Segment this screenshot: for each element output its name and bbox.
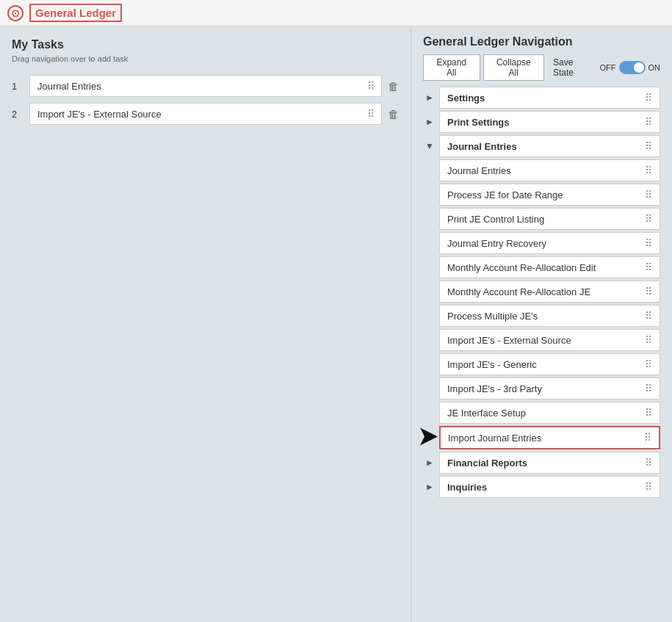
subitem-import-generic: Import JE's - Generic ⠿ — [439, 353, 660, 375]
subitem-interface-setup: JE Interface Setup ⠿ — [439, 402, 660, 424]
inquiries-drag: ⠿ — [645, 481, 652, 493]
subitem-drag-pm: ⠿ — [645, 310, 652, 322]
financial-reports-section-box[interactable]: Financial Reports ⠿ — [439, 452, 660, 474]
subitem-box-import-external[interactable]: Import JE's - External Source ⠿ — [439, 329, 660, 351]
journal-entries-section-box[interactable]: Journal Entries ⠿ — [439, 135, 660, 157]
save-state-toggle[interactable]: OFF ON — [600, 61, 661, 74]
subitem-box-print-control[interactable]: Print JE Control Listing ⠿ — [439, 208, 660, 230]
print-settings-section-box[interactable]: Print Settings ⠿ — [439, 111, 660, 133]
subitem-drag-mrj: ⠿ — [645, 286, 652, 297]
subitem-drag-is: ⠿ — [645, 407, 652, 419]
chevron-settings[interactable]: ► — [423, 91, 436, 104]
settings-section-box[interactable]: Settings ⠿ — [439, 87, 660, 109]
subitem-label-process-date-range: Process JE for Date Range — [447, 189, 563, 200]
nav-list: ► Settings ⠿ ► Print Settings ⠿ ▼ Journa… — [411, 87, 672, 622]
subitem-box-recovery[interactable]: Journal Entry Recovery ⠿ — [439, 232, 660, 254]
subitem-box-import-generic[interactable]: Import JE's - Generic ⠿ — [439, 353, 660, 375]
chevron-print-settings[interactable]: ► — [423, 115, 436, 129]
subitem-process-date-range: Process JE for Date Range ⠿ — [439, 184, 660, 206]
subitem-label-import-3rdparty: Import JE's - 3rd Party — [447, 383, 542, 394]
inquiries-section-box[interactable]: Inquiries ⠿ — [439, 476, 660, 498]
subitem-label-import-journal: Import Journal Entries — [448, 433, 541, 444]
subitem-drag-mre: ⠿ — [645, 261, 652, 273]
subitem-box-import-journal[interactable]: Import Journal Entries ⠿ — [439, 426, 660, 449]
toggle-thumb — [634, 62, 644, 73]
drag-handle-1[interactable]: ⠿ — [367, 80, 374, 92]
save-state-label: Save State — [553, 57, 596, 78]
subitem-drag-je: ⠿ — [645, 164, 652, 176]
subitem-label-process-multiple: Process Multiple JE's — [447, 311, 538, 322]
chevron-financial-reports[interactable]: ► — [423, 456, 436, 469]
subitem-journal-entries: Journal Entries ⠿ — [439, 159, 660, 181]
toggle-on-label: ON — [648, 63, 661, 72]
my-tasks-title: My Tasks — [12, 38, 399, 51]
task-label-2: Import JE's - External Source — [37, 109, 162, 120]
subitem-drag-rec: ⠿ — [645, 237, 652, 249]
print-settings-drag: ⠿ — [645, 116, 652, 128]
subitem-import-external: Import JE's - External Source ⠿ — [439, 329, 660, 351]
nav-section-settings: ► Settings ⠿ — [423, 87, 660, 109]
subitem-drag-i3: ⠿ — [645, 383, 652, 394]
svg-marker-0 — [420, 428, 438, 446]
subitem-box-monthly-realloc-edit[interactable]: Monthly Account Re-Allocation Edit ⠿ — [439, 256, 660, 278]
left-panel: My Tasks Drag navigation over to add tas… — [0, 26, 411, 622]
app-header: ⊙ General Ledger — [0, 0, 672, 26]
subitem-monthly-realloc-edit: Monthly Account Re-Allocation Edit ⠿ — [439, 256, 660, 278]
settings-label: Settings — [447, 93, 485, 104]
chevron-inquiries[interactable]: ► — [423, 480, 436, 493]
delete-task-1[interactable]: 🗑 — [388, 80, 399, 93]
collapse-all-button[interactable]: Collapse All — [483, 54, 544, 81]
nav-header: General Ledger Navigation Expand All Col… — [411, 26, 672, 87]
subitem-label-recovery: Journal Entry Recovery — [447, 238, 546, 249]
nav-controls: Expand All Collapse All Save State OFF O… — [423, 54, 660, 81]
subitem-recovery: Journal Entry Recovery ⠿ — [439, 232, 660, 254]
toggle-track[interactable] — [619, 61, 646, 74]
task-item-1: 1 Journal Entries ⠿ 🗑 — [12, 75, 399, 97]
delete-task-2[interactable]: 🗑 — [388, 108, 399, 120]
nav-section-financial-reports: ► Financial Reports ⠿ — [423, 452, 660, 474]
subitem-box-interface-setup[interactable]: JE Interface Setup ⠿ — [439, 402, 660, 424]
subitem-drag-ij: ⠿ — [644, 432, 651, 444]
subitem-import-3rdparty: Import JE's - 3rd Party ⠿ — [439, 377, 660, 399]
subitem-drag-pdr: ⠿ — [645, 189, 652, 200]
task-box-1[interactable]: Journal Entries ⠿ — [29, 75, 382, 97]
toggle-off-label: OFF — [600, 63, 616, 72]
nav-section-journal-entries: ▼ Journal Entries ⠿ — [423, 135, 660, 157]
subitem-drag-pc: ⠿ — [645, 213, 652, 225]
main-content: My Tasks Drag navigation over to add tas… — [0, 26, 672, 622]
nav-section-print-settings: ► Print Settings ⠿ — [423, 111, 660, 133]
subitem-drag-ig: ⠿ — [645, 358, 652, 370]
task-number-1: 1 — [12, 81, 24, 92]
app-title: General Ledger — [29, 4, 122, 22]
nav-section-inquiries: ► Inquiries ⠿ — [423, 476, 660, 498]
subitem-box-monthly-realloc-je[interactable]: Monthly Account Re-Allocation JE ⠿ — [439, 281, 660, 303]
subitem-label-monthly-realloc-edit: Monthly Account Re-Allocation Edit — [447, 262, 596, 273]
app-icon: ⊙ — [7, 5, 24, 21]
settings-drag: ⠿ — [645, 92, 652, 104]
subitem-box-import-3rdparty[interactable]: Import JE's - 3rd Party ⠿ — [439, 377, 660, 399]
arrow-indicator — [417, 425, 441, 451]
chevron-journal-entries[interactable]: ▼ — [423, 140, 436, 153]
subitem-label-journal-entries: Journal Entries — [447, 165, 511, 176]
financial-reports-label: Financial Reports — [447, 458, 527, 469]
subitem-box-process-date-range[interactable]: Process JE for Date Range ⠿ — [439, 184, 660, 206]
subitem-box-journal-entries[interactable]: Journal Entries ⠿ — [439, 159, 660, 181]
journal-entries-section-label: Journal Entries — [447, 141, 517, 152]
subitem-label-interface-setup: JE Interface Setup — [447, 408, 526, 419]
subitem-label-monthly-realloc-je: Monthly Account Re-Allocation JE — [447, 286, 590, 297]
subitem-process-multiple: Process Multiple JE's ⠿ — [439, 305, 660, 327]
print-settings-label: Print Settings — [447, 117, 510, 128]
subitem-label-import-external: Import JE's - External Source — [447, 335, 571, 346]
task-number-2: 2 — [12, 109, 24, 120]
task-item-2: 2 Import JE's - External Source ⠿ 🗑 — [12, 103, 399, 125]
right-panel: General Ledger Navigation Expand All Col… — [411, 26, 672, 622]
my-tasks-subtitle: Drag navigation over to add task — [12, 54, 399, 63]
nav-title: General Ledger Navigation — [423, 35, 660, 48]
task-box-2[interactable]: Import JE's - External Source ⠿ — [29, 103, 382, 125]
task-label-1: Journal Entries — [37, 81, 101, 92]
subitem-drag-ie: ⠿ — [645, 334, 652, 346]
expand-all-button[interactable]: Expand All — [423, 54, 480, 81]
drag-handle-2[interactable]: ⠿ — [367, 108, 374, 120]
subitem-label-print-control: Print JE Control Listing — [447, 214, 544, 225]
subitem-box-process-multiple[interactable]: Process Multiple JE's ⠿ — [439, 305, 660, 327]
